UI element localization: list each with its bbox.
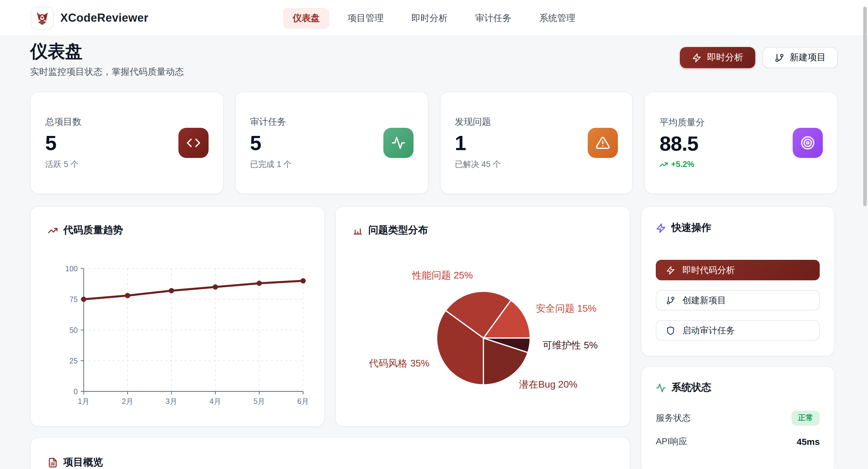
- activity-icon: [383, 128, 413, 158]
- svg-text:5月: 5月: [253, 397, 265, 405]
- issue-distribution-card: 问题类型分布 安全问题 15% 性能问题 25% 代码风格 35% 潜在Bug …: [335, 206, 630, 427]
- quick-actions-card: 快速操作 即时代码分析 创建新项目: [641, 206, 835, 356]
- brand-name: XCodeReviewer: [60, 11, 148, 24]
- start-audit-button[interactable]: 启动审计任务: [656, 320, 820, 341]
- stat-card-total-projects: 总项目数 5 活跃 5 个: [30, 92, 224, 194]
- stat-card-avg-quality: 平均质量分 88.5 +5.2%: [645, 92, 838, 194]
- create-project-button[interactable]: 创建新项目: [656, 290, 820, 310]
- data-point: [213, 284, 218, 290]
- chart-title: 问题类型分布: [368, 224, 428, 237]
- stat-trend: +5.2%: [660, 160, 705, 169]
- instant-analysis-button[interactable]: 即时分析: [680, 47, 755, 68]
- header-actions: 即时分析 新建项目: [680, 47, 838, 68]
- pie-label-potential-bug: 潜在Bug 20%: [519, 379, 578, 391]
- data-point: [301, 278, 306, 284]
- activity-icon: [656, 382, 666, 393]
- api-response-row: API响应 45ms: [656, 436, 820, 447]
- status-badge: 正常: [792, 410, 820, 426]
- stat-sub: 活跃 5 个: [45, 159, 82, 170]
- content-grid: 代码质量趋势 02550751001月2月3月4月5月6月 问题类型分布: [30, 206, 838, 469]
- brand[interactable]: XCodeReviewer: [31, 7, 148, 29]
- alert-triangle-icon: [588, 128, 618, 158]
- stat-sub: 已解决 45 个: [455, 159, 501, 170]
- stat-value: 1: [455, 131, 501, 155]
- stat-value: 88.5: [660, 132, 705, 156]
- zap-icon: [692, 53, 702, 62]
- shield-icon: [666, 326, 675, 335]
- data-point: [81, 296, 87, 302]
- system-status-card: 系统状态 服务状态 正常 API响应 45ms: [641, 366, 835, 469]
- svg-text:4月: 4月: [210, 397, 221, 405]
- instant-code-analysis-button[interactable]: 即时代码分析: [656, 260, 820, 280]
- stat-sub: 已完成 1 个: [250, 159, 292, 170]
- svg-text:2月: 2月: [122, 397, 133, 405]
- page-subtitle: 实时监控项目状态，掌握代码质量动态: [30, 66, 184, 78]
- data-point: [169, 288, 174, 293]
- stat-label: 发现问题: [455, 116, 501, 127]
- svg-text:1月: 1月: [78, 397, 90, 405]
- project-overview-card: 项目概览: [30, 437, 630, 469]
- trending-up-icon: [48, 225, 58, 236]
- bar-chart-icon: [352, 225, 363, 236]
- svg-text:25: 25: [69, 356, 78, 365]
- chart-title: 代码质量趋势: [63, 224, 123, 237]
- page-header: 仪表盘 实时监控项目状态，掌握代码质量动态 即时分析 新建项目: [30, 40, 838, 78]
- svg-text:6月: 6月: [297, 397, 309, 405]
- zap-icon: [666, 265, 675, 275]
- trending-up-icon: [660, 160, 668, 168]
- svg-text:100: 100: [65, 264, 78, 273]
- card-title: 项目概览: [63, 456, 103, 469]
- target-icon: [793, 128, 823, 158]
- stat-label: 总项目数: [45, 116, 82, 127]
- svg-text:0: 0: [73, 387, 78, 396]
- pie-label-security: 安全问题 15%: [536, 303, 596, 315]
- issue-distribution-pie-chart: [336, 207, 630, 426]
- nav-item-instant-analysis[interactable]: 即时分析: [402, 7, 457, 29]
- main-content: 仪表盘 实时监控项目状态，掌握代码质量动态 即时分析 新建项目: [0, 36, 868, 469]
- quality-trend-card: 代码质量趋势 02550751001月2月3月4月5月6月: [30, 206, 325, 427]
- app-logo-icon: [31, 7, 53, 29]
- data-point: [125, 293, 130, 299]
- pie-label-performance: 性能问题 25%: [412, 270, 473, 282]
- stat-value: 5: [250, 131, 292, 155]
- stat-card-issues-found: 发现问题 1 已解决 45 个: [440, 92, 633, 194]
- right-sidebar: 快速操作 即时代码分析 创建新项目: [641, 206, 835, 469]
- stat-cards: 总项目数 5 活跃 5 个 审计任务 5 已完成 1 个: [30, 92, 838, 194]
- stat-label: 平均质量分: [660, 117, 705, 128]
- panel-title: 快速操作: [672, 221, 711, 234]
- pie-label-maintainability: 可维护性 5%: [542, 339, 598, 352]
- svg-text:75: 75: [69, 295, 78, 304]
- pie-label-code-style: 代码风格 35%: [369, 357, 430, 370]
- nav-item-audit-tasks[interactable]: 审计任务: [466, 7, 521, 29]
- zap-icon: [656, 223, 666, 233]
- svg-text:50: 50: [69, 326, 78, 334]
- svg-text:3月: 3月: [166, 397, 178, 405]
- code-icon: [179, 128, 209, 158]
- data-point: [256, 281, 262, 286]
- dashboard-page: XCodeReviewer 仪表盘 项目管理 即时分析 审计任务 系统管理 仪表…: [0, 0, 868, 469]
- main-nav: 仪表盘 项目管理 即时分析 审计任务 系统管理: [283, 0, 585, 36]
- new-project-button[interactable]: 新建项目: [763, 47, 838, 68]
- stat-label: 审计任务: [250, 116, 292, 127]
- file-text-icon: [48, 457, 58, 468]
- top-nav: XCodeReviewer 仪表盘 项目管理 即时分析 审计任务 系统管理: [0, 0, 868, 36]
- nav-item-dashboard[interactable]: 仪表盘: [283, 7, 330, 29]
- page-title: 仪表盘: [30, 40, 184, 62]
- nav-item-system-admin[interactable]: 系统管理: [530, 7, 585, 29]
- nav-item-projects[interactable]: 项目管理: [338, 7, 393, 29]
- git-branch-icon: [775, 53, 784, 62]
- vertical-scrollbar[interactable]: [863, 7, 867, 206]
- panel-title: 系统状态: [672, 381, 711, 394]
- git-branch-icon: [666, 296, 675, 305]
- stat-value: 5: [45, 131, 82, 155]
- service-status-row: 服务状态 正常: [656, 410, 820, 426]
- quality-trend-line-chart: 02550751001月2月3月4月5月6月: [31, 207, 324, 426]
- stat-card-audit-tasks: 审计任务 5 已完成 1 个: [235, 92, 429, 194]
